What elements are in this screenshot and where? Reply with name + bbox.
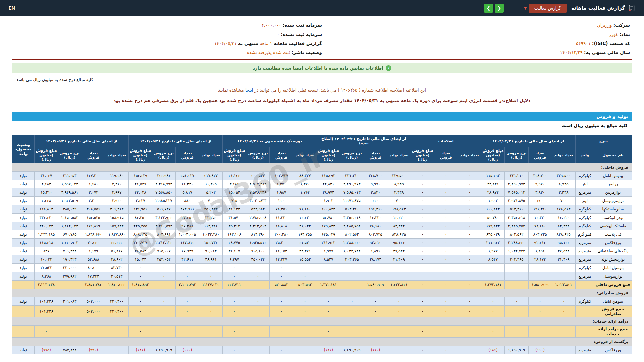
value-cell: ۳۰۳,۳۶۵ xyxy=(340,255,364,264)
value-cell xyxy=(246,346,270,354)
company-name-row: شرکت: ورزیران xyxy=(322,21,630,30)
value-cell: ۰ xyxy=(458,230,481,239)
status-cell: تولید xyxy=(12,188,35,197)
value-cell xyxy=(481,264,505,272)
value-cell xyxy=(528,326,552,338)
value-cell xyxy=(528,264,552,272)
value-cell: ۱,۵۸۰,۹۰۹ xyxy=(528,281,552,289)
value-cell: ۲۸,۹۷۴ xyxy=(481,188,505,197)
status-cell: تولید xyxy=(12,230,35,239)
value-cell: ۰ xyxy=(434,346,458,354)
value-cell: ۵۱۳,۴۶۰ xyxy=(505,205,528,214)
section-label: درآمد ارائه خدمات: xyxy=(12,317,632,326)
value-cell: ۱۰۲,۷۲۷ xyxy=(270,172,293,180)
isic-label: کد صنعت (ISIC): xyxy=(592,41,630,46)
language-toggle-en[interactable]: EN xyxy=(9,5,15,11)
value-cell: ۱,۰۰۴,۰۰۵ xyxy=(176,230,199,239)
value-cell: ۸,۹۳۵ xyxy=(552,180,575,188)
value-cell: ۳۰۳,۳۶۵ xyxy=(505,255,528,264)
symbol-row: نماد: کوزر xyxy=(322,30,630,39)
value-cell: ۹۵,۱۶۶ xyxy=(387,239,411,247)
col-subheader: نرخ فروش (ریال) xyxy=(505,147,528,163)
value-cell: ۲۰۰,۲۸۰ xyxy=(270,230,293,239)
value-cell: ۱,۹۴۲,۵۰۹ xyxy=(58,197,82,205)
value-cell: ۲۸,۱۷۴ xyxy=(364,255,387,264)
value-cell: ۱۱۴,۳۸۶ xyxy=(199,222,223,230)
product-name-cell: ماستیک اپوکسی xyxy=(594,222,632,230)
value-cell: ۰ xyxy=(434,180,458,188)
value-cell: ۲,۹۷۱,۸۷۵ xyxy=(340,197,364,205)
value-cell: ۷,۵۶۵,۰۱۳ xyxy=(505,188,528,197)
value-cell: ۱۱,۴۴۰ xyxy=(176,180,199,188)
status-cell xyxy=(12,326,35,338)
table-wrapper: @Codal360_ir شرحاز ابتدای سال مالی تا تا… xyxy=(12,135,632,354)
value-cell: ۵۴,۷۸۰ xyxy=(481,214,505,222)
col-group-header: از ابتدای سال مالی تا تاریخ ۱۴۰۴/۰۴/۳۱ (… xyxy=(317,135,411,147)
status-cell: تولید xyxy=(12,172,35,180)
value-cell: ۰ xyxy=(411,247,434,255)
value-cell: ۰ xyxy=(434,172,458,180)
value-cell: ۲,۷۸۶,۴۰۸ xyxy=(246,214,270,222)
col-subheader: مبلغ فروش (میلیون ریال) xyxy=(223,147,246,163)
value-cell xyxy=(387,326,411,338)
value-cell: ۰ xyxy=(411,214,434,222)
value-cell: ۳۲۹,۵۰۰ xyxy=(552,172,575,180)
col-subheader: نرخ فروش (ریال) xyxy=(58,147,82,163)
value-cell: ۶۷۰,۷۸۵ xyxy=(58,230,82,239)
value-cell: ۱۷۸,۵۶۴ xyxy=(552,205,575,214)
value-cell: ۷,۵۷۶,۲۴۶ xyxy=(246,188,270,197)
value-cell: ۴۲,۴۷۱ xyxy=(293,247,317,255)
value-cell: ۸۱۴,۳۹۰ xyxy=(246,230,270,239)
previous-version-link[interactable]: اینجا xyxy=(245,87,253,93)
chevron-down-icon[interactable]: ▼ xyxy=(524,6,527,10)
value-cell: ۱۹۶,۳۶۰ xyxy=(364,205,387,214)
value-cell: ۳۲۰,۰۲۴ xyxy=(35,222,58,230)
registered-capital-row: سرمایه ثبت شده: ۲,۰۰۰,۰۰۰ xyxy=(14,21,322,30)
value-cell: ۱,۶۸۰ xyxy=(82,180,105,188)
unit-cell: مترمربع xyxy=(575,188,594,197)
value-cell xyxy=(199,326,223,338)
value-cell: ۰ xyxy=(481,326,505,338)
value-cell xyxy=(552,272,575,281)
value-cell: ۱,۰۴۲,۷۲۲ xyxy=(340,247,364,255)
value-cell: ۰ xyxy=(528,297,552,306)
col-subheader: نام محصول xyxy=(594,147,632,163)
value-cell: ۶۷,۹۴۹ xyxy=(176,247,199,255)
value-cell: ۰ xyxy=(434,297,458,306)
value-cell: ۵۰۳,۵۹۳ xyxy=(293,281,317,289)
next-report-button[interactable]: ❯ xyxy=(495,4,504,13)
value-cell: ۲۱۱,۹۶۲ xyxy=(481,239,505,247)
col-subheader: تعداد فروش xyxy=(82,147,105,163)
value-cell: ۰ xyxy=(223,272,246,281)
value-cell: ۷۸,۶۸۰ xyxy=(364,222,387,230)
value-cell: ۷۱,۶۸۰ xyxy=(293,205,317,214)
value-cell: ۸,۵۴۷ xyxy=(317,255,340,264)
value-cell: ۰ xyxy=(411,230,434,239)
value-cell: ۳۴۸,۷۰۰ xyxy=(528,172,552,180)
value-cell: ۲,۳۱۸,۷۹۴ xyxy=(152,180,175,188)
section-label: برگشت از فروش: xyxy=(12,338,632,346)
value-cell: ۰ xyxy=(199,306,223,317)
value-cell xyxy=(270,326,293,338)
value-cell: ۹,۹۷۰ xyxy=(364,180,387,188)
col-subheader: تعداد تولید xyxy=(105,147,128,163)
value-cell: ۴۷۹,۹۸۲ xyxy=(58,272,82,281)
previous-report-button[interactable]: ❮ xyxy=(484,4,493,13)
value-cell xyxy=(458,264,481,272)
value-cell: ۱,۷۶۴ xyxy=(293,188,317,197)
report-type-dropdown[interactable]: گزارش فعالیت xyxy=(529,4,566,13)
value-cell: ۰ xyxy=(411,306,434,317)
value-cell: ۰ xyxy=(481,297,505,306)
value-cell: ۰ xyxy=(223,326,246,338)
value-cell: ۰ xyxy=(293,297,317,306)
value-cell: ۱۰۰,۸۲۳ xyxy=(481,205,505,214)
value-cell: ۰ xyxy=(340,297,364,306)
value-cell: ۸۰,۴۰۰ xyxy=(82,264,105,272)
value-cell: ۰ xyxy=(364,306,387,317)
value-cell xyxy=(387,264,411,272)
value-cell: ۰ xyxy=(199,297,223,306)
value-cell: ۱۱,۳۳۰ xyxy=(270,214,293,222)
value-cell: ۰ xyxy=(152,264,175,272)
value-cell: ۰ xyxy=(434,205,458,214)
value-cell: ۳,۶۸۶ xyxy=(223,180,246,188)
